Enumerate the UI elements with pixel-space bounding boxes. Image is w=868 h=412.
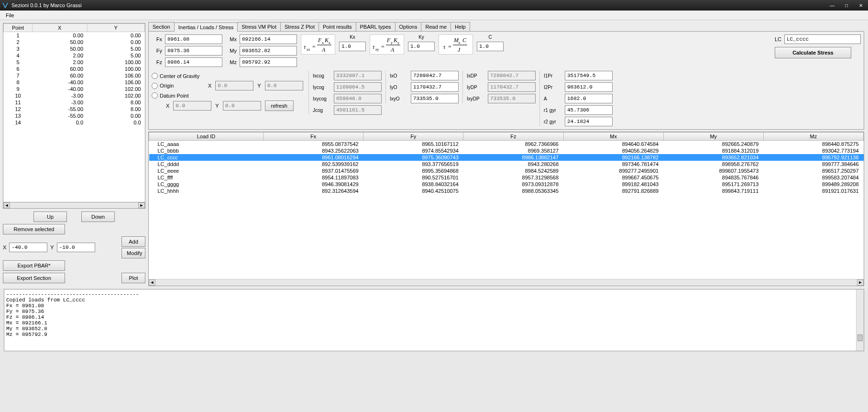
scroll-left-icon[interactable]: ◄	[149, 279, 155, 286]
table-row[interactable]: 12-55.008.00	[4, 106, 145, 112]
tab-pbarl-types[interactable]: PBARL types	[356, 22, 396, 31]
loads-h-scrollbar[interactable]: ◄ ►	[149, 279, 864, 286]
fx-label: Fx	[152, 36, 162, 42]
table-row[interactable]: 10-3.00102.00	[4, 92, 145, 99]
r2-value[interactable]	[565, 117, 613, 126]
table-row[interactable]: LC_gggg8946.390814298938.840321648973.09…	[149, 181, 864, 188]
scroll-right-icon[interactable]: ►	[138, 202, 145, 208]
table-row[interactable]: 9-40.00102.00	[4, 86, 145, 92]
col-mx[interactable]: Mx	[563, 133, 663, 141]
col-my[interactable]: My	[663, 133, 763, 141]
table-row[interactable]: 140.00.0	[4, 119, 145, 126]
tab-point-results[interactable]: Point results	[319, 22, 356, 31]
fz-label: Fz	[152, 59, 162, 65]
table-row[interactable]: 11-3.008.00	[4, 99, 145, 106]
table-row[interactable]: 660.00100.00	[4, 66, 145, 72]
origin-y2-input	[223, 101, 261, 111]
plot-button[interactable]: Plot	[121, 273, 145, 283]
y-input[interactable]	[57, 243, 95, 252]
mz-input[interactable]	[240, 57, 297, 67]
col-load-id[interactable]: Load ID	[149, 133, 264, 141]
loads-table[interactable]: Load IDFxFyFzMxMyMz LC_aaaa8955.08737542…	[148, 132, 864, 286]
fz-input[interactable]	[165, 57, 222, 67]
lc-input[interactable]	[784, 34, 861, 44]
minimize-button[interactable]: —	[825, 0, 839, 11]
radio-datum[interactable]: Datum Point	[152, 92, 204, 99]
table-row[interactable]: 250.000.00	[4, 39, 145, 45]
console-v-scrollbar[interactable]	[856, 290, 864, 351]
table-row[interactable]: 42.005.00	[4, 52, 145, 59]
radio-cog[interactable]: Center of Gravity	[152, 73, 305, 79]
col-point[interactable]: Point	[4, 24, 33, 32]
tab-section[interactable]: Section	[148, 22, 175, 31]
table-row[interactable]: LC_cccc8961.080162948975.360907438986.13…	[149, 154, 864, 161]
fy-input[interactable]	[165, 46, 222, 56]
svg-text:τ: τ	[443, 44, 446, 50]
radio-origin[interactable]: Origin	[152, 83, 204, 89]
col-fz[interactable]: Fz	[463, 133, 563, 141]
scroll-left-icon[interactable]: ◄	[3, 202, 10, 208]
remove-selected-button[interactable]: Remove selected	[3, 224, 65, 234]
col-fy[interactable]: Fy	[363, 133, 463, 141]
tab-stress-z-plot[interactable]: Stress Z Plot	[280, 22, 319, 31]
table-row[interactable]: 13-55.000.00	[4, 112, 145, 119]
i2pr-value[interactable]	[565, 82, 613, 92]
points-h-scrollbar[interactable]: ◄ ►	[3, 202, 145, 209]
export-section-button[interactable]: Export Section	[3, 273, 65, 283]
fx-input[interactable]	[165, 34, 222, 44]
modify-button[interactable]: Modify	[121, 248, 145, 258]
tab-read-me[interactable]: Read me	[421, 22, 451, 31]
x-input[interactable]	[9, 243, 47, 252]
ixo-value[interactable]	[411, 71, 459, 80]
table-row[interactable]: 350.005.00	[4, 45, 145, 52]
table-row[interactable]: LC_bbbb8943.256220638974.855429348969.35…	[149, 147, 864, 154]
col-y[interactable]: Y	[87, 24, 144, 32]
down-button[interactable]: Down	[81, 212, 115, 222]
table-row[interactable]: 52.00100.00	[4, 59, 145, 66]
table-row[interactable]: LC_eeee8937.014755698995.356948688984.52…	[149, 167, 864, 174]
i1pr-label: I1Pr	[544, 73, 563, 78]
table-row[interactable]: 760.00106.00	[4, 72, 145, 79]
col-mz[interactable]: Mz	[763, 133, 863, 141]
kx-input[interactable]	[339, 42, 366, 51]
my-input[interactable]	[240, 46, 297, 56]
tab-inertias-loads-stress[interactable]: Inertias / Loads / Stress	[174, 22, 238, 32]
table-row[interactable]: LC_dddd892.539939162893.3776565198943.28…	[149, 161, 864, 167]
up-button[interactable]: Up	[33, 212, 67, 222]
tab-options[interactable]: Options	[395, 22, 422, 31]
area-value[interactable]	[565, 94, 613, 103]
close-button[interactable]: ✕	[854, 0, 868, 11]
table-row[interactable]: LC_hhhh892.3126435948940.425100758988.05…	[149, 188, 864, 194]
c-input[interactable]	[477, 42, 504, 51]
add-button[interactable]: Add	[121, 236, 145, 247]
r2-label: r2 gyr	[544, 119, 563, 124]
mx-input[interactable]	[240, 34, 297, 44]
tab-stress-vm-plot[interactable]: Stress VM Plot	[237, 22, 281, 31]
table-row[interactable]: LC_ffff8954.11897083890.5275167018957.31…	[149, 174, 864, 181]
ky-input[interactable]	[408, 42, 435, 51]
r1-value[interactable]	[565, 105, 613, 115]
col-fx[interactable]: Fx	[264, 133, 363, 141]
iycog-value	[334, 82, 382, 92]
calculate-stress-button[interactable]: Calculate Stress	[775, 47, 851, 58]
table-row[interactable]: 10.000.00	[4, 32, 145, 39]
iyo-value[interactable]	[411, 82, 459, 92]
points-table[interactable]: Point X Y 10.000.00250.000.00350.005.004…	[3, 23, 145, 202]
refresh-button[interactable]: refresh	[265, 100, 294, 111]
export-pbar-button[interactable]: Export PBAR*	[3, 260, 65, 271]
ixyo-value[interactable]	[411, 94, 459, 103]
tab-help[interactable]: Help	[450, 22, 470, 31]
col-x[interactable]: X	[33, 24, 88, 32]
scroll-right-icon[interactable]: ►	[857, 279, 864, 286]
table-row[interactable]: 8-40.00106.00	[4, 79, 145, 86]
console-output[interactable]: ----------------------------------------…	[4, 289, 864, 351]
i1pr-value[interactable]	[565, 71, 613, 80]
menu-file[interactable]: File	[3, 11, 17, 19]
svg-text:τ: τ	[304, 44, 306, 50]
table-row[interactable]: LC_aaaa8955.087375428965.101671128962.73…	[149, 141, 864, 148]
maximize-button[interactable]: □	[839, 0, 854, 11]
tau-zx-formula: τzx=FxKxA	[301, 34, 335, 55]
svg-text:zx: zx	[307, 47, 310, 52]
iydp-label: IyDP	[467, 85, 486, 90]
y-label: Y	[50, 245, 54, 250]
